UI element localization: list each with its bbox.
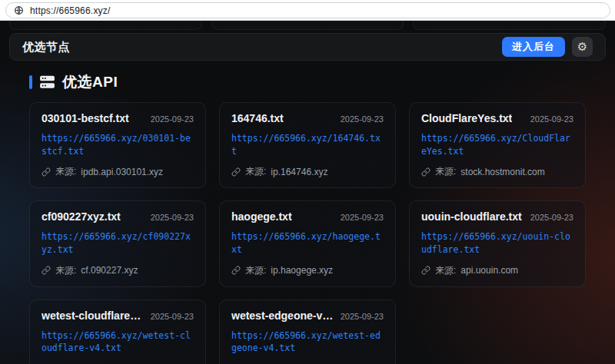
source-label: 来源: [435,264,456,277]
link-icon [42,266,51,275]
file-date: 2025-09-23 [341,312,384,321]
source-label: 来源: [245,165,266,178]
site-header: 优选节点 进入后台 ⚙ [9,33,606,61]
source-label: 来源: [245,264,266,277]
file-name: cf090227xyz.txt [42,210,121,223]
file-source-row: 来源: ip.164746.xyz [231,165,384,178]
file-date: 2025-09-23 [151,213,194,222]
source-label: 来源: [435,165,456,178]
enter-admin-button[interactable]: 进入后台 [502,37,565,57]
link-icon [421,266,430,275]
api-card: haogege.txt 2025-09-23 https://665966.xy… [219,200,396,286]
section-header: 优选API [29,72,615,92]
remnant-card [9,21,202,30]
file-source-row: 来源: stock.hostmonit.com [421,165,573,178]
file-url-link[interactable]: https://665966.xyz/wetest-cloudflare-v4.… [42,329,194,355]
file-date: 2025-09-23 [341,213,384,222]
file-date: 2025-09-23 [530,114,573,124]
source-value: api.uouin.com [460,265,518,276]
file-name: wetest-edgeone-v4.txt [231,309,334,322]
address-bar[interactable]: https://665966.xyz/ [5,2,610,18]
api-card: 164746.txt 2025-09-23 https://665966.xyz… [219,102,396,188]
page: 优选节点 进入后台 ⚙ 优选API 030101-bestcf.txt 2025… [0,21,615,364]
source-label: 来源: [55,165,76,178]
file-url-link[interactable]: https://665966.xyz/030101-bestcf.txt [42,132,194,157]
api-card: cf090227xyz.txt 2025-09-23 https://66596… [29,200,206,286]
file-source-row: 来源: cf.090227.xyz [42,264,194,277]
file-url-link[interactable]: https://665966.xyz/wetest-edgeone-v4.txt [231,329,384,355]
link-icon [231,266,241,275]
scrolled-cards-remnant [9,21,606,31]
file-name: 030101-bestcf.txt [42,112,129,124]
globe-icon [14,5,24,15]
source-value: cf.090227.xyz [81,265,138,276]
file-url-link[interactable]: https://665966.xyz/164746.txt [231,132,384,157]
link-icon [42,167,51,177]
api-card: uouin-cloudflare.txt 2025-09-23 https://… [409,200,586,286]
api-card: wetest-cloudflare-v4.txt 2025-09-23 http… [29,299,206,364]
file-source-row: 来源: api.uouin.com [421,264,573,277]
file-date: 2025-09-23 [151,312,194,321]
remnant-card [413,21,606,30]
api-card: CloudFlareYes.txt 2025-09-23 https://665… [409,102,586,188]
file-url-link[interactable]: https://665966.xyz/uouin-cloudflare.txt [421,230,573,256]
file-url-link[interactable]: https://665966.xyz/cf090227xyz.txt [42,230,194,256]
gear-icon: ⚙ [577,41,587,53]
site-title: 优选节点 [22,40,70,55]
file-name: CloudFlareYes.txt [421,112,512,124]
section-title: 优选API [62,72,118,92]
file-url-link[interactable]: https://665966.xyz/CloudFlareYes.txt [421,132,573,157]
accent-bar [29,75,32,89]
link-icon [421,167,430,177]
file-date: 2025-09-23 [530,213,573,222]
source-value: stock.hostmonit.com [460,167,544,177]
server-stack-icon [39,75,55,89]
source-value: ip.haogege.xyz [271,265,333,276]
file-name: haogege.txt [231,210,292,223]
api-card: wetest-edgeone-v4.txt 2025-09-23 https:/… [219,299,396,364]
source-value: ipdb.api.030101.xyz [81,167,163,177]
file-url-link[interactable]: https://665966.xyz/haogege.txt [231,230,384,256]
file-source-row: 来源: ip.haogege.xyz [231,264,384,277]
file-source-row: 来源: ipdb.api.030101.xyz [42,165,194,178]
file-date: 2025-09-23 [341,114,384,124]
url-text: https://665966.xyz/ [30,5,111,16]
source-value: ip.164746.xyz [271,167,327,177]
file-name: wetest-cloudflare-v4.txt [42,309,145,322]
file-name: 164746.txt [231,112,284,124]
link-icon [231,167,241,177]
file-name: uouin-cloudflare.txt [421,210,522,223]
settings-button[interactable]: ⚙ [572,37,593,57]
api-card: 030101-bestcf.txt 2025-09-23 https://665… [29,102,206,188]
browser-chrome: https://665966.xyz/ [0,0,615,21]
source-label: 来源: [55,264,76,277]
remnant-card [211,21,404,30]
api-card-grid: 030101-bestcf.txt 2025-09-23 https://665… [29,102,586,364]
file-date: 2025-09-23 [151,114,194,124]
